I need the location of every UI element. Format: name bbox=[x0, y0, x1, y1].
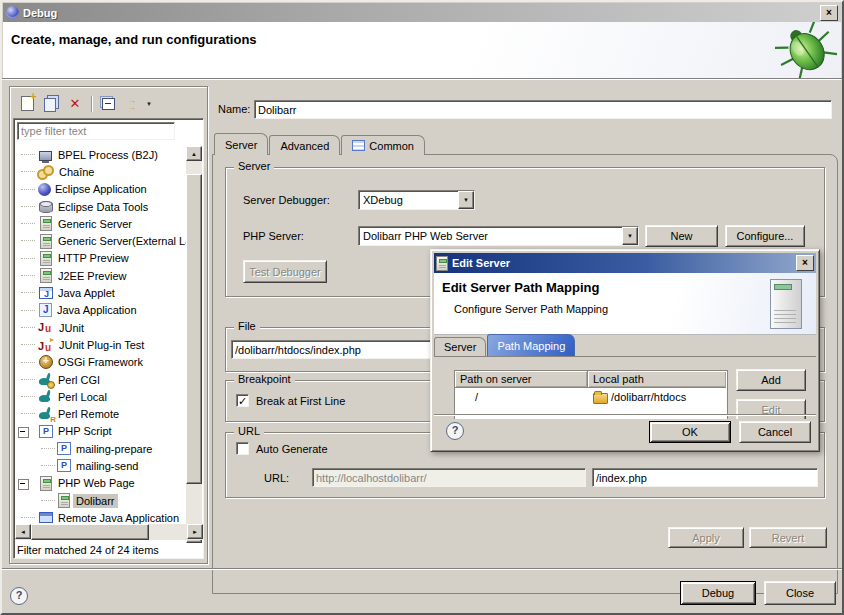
tree-item-label: JUnit Plug-in Test bbox=[56, 338, 147, 352]
cell-local-path[interactable]: /dolibarr/htdocs bbox=[588, 388, 726, 405]
tree-item-junit-plug-in-test[interactable]: ▸JUnit Plug-in Test bbox=[15, 336, 187, 353]
configure-server-button[interactable]: Configure... bbox=[725, 225, 805, 247]
tree-connector bbox=[21, 396, 35, 397]
cell-path-on-server[interactable]: / bbox=[455, 388, 588, 405]
tree-item-perl-remote[interactable]: RPerl Remote bbox=[15, 405, 187, 422]
dialog-close-icon[interactable]: × bbox=[796, 255, 814, 271]
tree-item-remote-java-application[interactable]: Remote Java Application bbox=[15, 509, 187, 524]
tree-item-perl-cgi[interactable]: Perl CGI bbox=[15, 371, 187, 388]
common-tab-icon bbox=[352, 140, 365, 151]
tree-item-j2ee-preview[interactable]: J2EE Preview bbox=[15, 267, 187, 284]
tree-item-java-applet[interactable]: Java Applet bbox=[15, 284, 187, 301]
ok-button[interactable]: OK bbox=[649, 421, 731, 443]
server-icon bbox=[40, 216, 52, 231]
new-server-button[interactable]: New bbox=[645, 225, 718, 247]
debug-button[interactable]: Debug bbox=[680, 581, 756, 605]
scroll-thumb[interactable] bbox=[186, 174, 202, 484]
tree-item-http-preview[interactable]: HTTP Preview bbox=[15, 250, 187, 267]
tree-item-label: Remote Java Application bbox=[55, 511, 182, 524]
tree-vertical-scrollbar[interactable]: ▲ ▼ bbox=[186, 146, 202, 543]
url-label: URL: bbox=[264, 472, 289, 484]
scroll-up-icon[interactable]: ▲ bbox=[186, 146, 202, 161]
php-icon bbox=[39, 425, 53, 438]
new-config-icon[interactable] bbox=[17, 94, 37, 114]
dialog-tab-path-mapping[interactable]: Path Mapping bbox=[487, 334, 575, 356]
column-local-path[interactable]: Local path bbox=[588, 371, 726, 388]
tree-item-java-application[interactable]: Java Application bbox=[15, 302, 187, 319]
help-icon[interactable]: ? bbox=[10, 587, 28, 605]
tree-item-generic-server-external-la[interactable]: Generic Server(External La bbox=[15, 232, 187, 249]
tree-item-mailing-send[interactable]: mailing-send bbox=[15, 457, 187, 474]
server-icon bbox=[40, 251, 52, 266]
auto-generate-checkbox[interactable] bbox=[236, 442, 249, 455]
tree-item-generic-server[interactable]: Generic Server bbox=[15, 215, 187, 232]
tab-server[interactable]: Server bbox=[214, 133, 268, 155]
chevron-down-icon[interactable]: ▼ bbox=[458, 191, 474, 209]
collapse-expander-icon[interactable] bbox=[18, 427, 29, 438]
tree-item-cha-ne[interactable]: Chaîne bbox=[15, 163, 187, 180]
collapse-all-icon[interactable] bbox=[98, 94, 118, 114]
filter-input[interactable] bbox=[18, 123, 174, 139]
scroll-right-icon[interactable]: ► bbox=[187, 524, 203, 539]
tree-item-php-script[interactable]: PHP Script bbox=[15, 423, 187, 440]
tree-connector bbox=[41, 448, 55, 449]
duplicate-config-icon[interactable] bbox=[41, 94, 61, 114]
tree-connector bbox=[21, 206, 35, 207]
junit-icon bbox=[37, 320, 53, 336]
title-bar[interactable]: Debug × bbox=[3, 3, 841, 22]
dialog-help-icon[interactable]: ? bbox=[446, 422, 464, 440]
tree-item-label: PHP Web Page bbox=[55, 476, 138, 490]
scroll-left-icon[interactable]: ◄ bbox=[15, 524, 31, 539]
dialog-tab-server[interactable]: Server bbox=[434, 337, 486, 356]
breakpoint-group-legend: Breakpoint bbox=[234, 373, 295, 385]
tree-connector bbox=[21, 379, 35, 380]
server-tower-image bbox=[770, 279, 802, 329]
delete-config-icon[interactable]: ✕ bbox=[65, 94, 85, 114]
tree-connector bbox=[21, 344, 35, 345]
tree-item-osgi-framework[interactable]: OSGi Framework bbox=[15, 354, 187, 371]
server-icon bbox=[40, 234, 52, 249]
config-tree-box: BPEL Process (B2J)ChaîneEclipse Applicat… bbox=[13, 118, 204, 559]
tree-item-perl-local[interactable]: Perl Local bbox=[15, 388, 187, 405]
tree-item-dolibarr[interactable]: Dolibarr bbox=[15, 492, 187, 509]
name-input[interactable] bbox=[255, 101, 831, 118]
apply-button: Apply bbox=[668, 527, 744, 548]
banner: Create, manage, and run configurations bbox=[3, 22, 841, 78]
chevron-down-icon[interactable]: ▼ bbox=[622, 227, 638, 245]
tree-horizontal-scrollbar[interactable]: ◄ ► bbox=[15, 524, 203, 540]
tree-item-mailing-prepare[interactable]: mailing-prepare bbox=[15, 440, 187, 457]
php-server-select[interactable]: Dolibarr PHP Web Server ▼ bbox=[358, 226, 639, 246]
add-mapping-button[interactable]: Add bbox=[736, 369, 806, 391]
dialog-title-bar[interactable]: Edit Server × bbox=[434, 253, 816, 273]
tree-item-bpel-process-b2j[interactable]: BPEL Process (B2J) bbox=[15, 146, 187, 163]
window-title: Debug bbox=[23, 7, 57, 19]
tree-item-label: mailing-prepare bbox=[73, 442, 155, 456]
server-icon bbox=[40, 268, 52, 283]
tree-item-eclipse-data-tools[interactable]: Eclipse Data Tools bbox=[15, 198, 187, 215]
cancel-button[interactable]: Cancel bbox=[739, 421, 811, 443]
collapse-expander-icon[interactable] bbox=[18, 479, 29, 490]
window-close-icon[interactable]: × bbox=[820, 5, 838, 21]
tree-item-php-web-page[interactable]: PHP Web Page bbox=[15, 475, 187, 492]
tree-item-junit[interactable]: JUnit bbox=[15, 319, 187, 336]
chain-icon bbox=[37, 164, 53, 180]
server-group-legend: Server bbox=[234, 160, 274, 172]
tree-connector bbox=[21, 154, 35, 155]
tab-common[interactable]: Common bbox=[341, 135, 425, 155]
junit-plugin-icon: ▸ bbox=[37, 337, 53, 353]
tree-item-label: Eclipse Application bbox=[52, 182, 150, 196]
tree-item-eclipse-application[interactable]: Eclipse Application bbox=[15, 181, 187, 198]
tab-advanced[interactable]: Advanced bbox=[269, 135, 340, 155]
server-debugger-select[interactable]: XDebug ▼ bbox=[358, 190, 475, 210]
hscroll-thumb[interactable] bbox=[31, 524, 149, 540]
filter-configs-icon[interactable]: → → bbox=[122, 94, 142, 114]
config-toolbar: ✕ → → ▼ bbox=[13, 90, 204, 117]
toolbar-dropdown-icon[interactable]: ▼ bbox=[146, 101, 152, 107]
close-button[interactable]: Close bbox=[764, 581, 836, 605]
tree-item-label: Java Applet bbox=[55, 286, 118, 300]
config-tree: BPEL Process (B2J)ChaîneEclipse Applicat… bbox=[15, 146, 187, 524]
column-path-on-server[interactable]: Path on server bbox=[455, 371, 588, 388]
tree-connector bbox=[21, 189, 35, 190]
url-path-input[interactable] bbox=[593, 469, 817, 486]
break-first-line-checkbox[interactable]: ✓ bbox=[236, 394, 249, 407]
